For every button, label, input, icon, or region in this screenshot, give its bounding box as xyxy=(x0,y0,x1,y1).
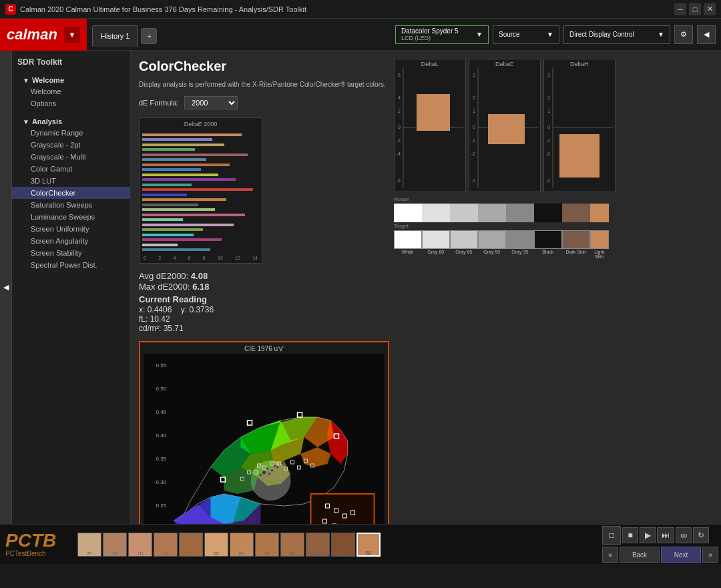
svg-rect-19 xyxy=(488,114,525,144)
device-name: Datacolor Spyder 5 xyxy=(401,27,459,35)
cdm2-value: cd/m²: 35.71 xyxy=(139,324,386,333)
back-button[interactable]: Back xyxy=(620,547,660,563)
settings-button[interactable]: ⚙ xyxy=(674,25,693,44)
svg-text:-2: -2 xyxy=(397,138,401,143)
svg-point-77 xyxy=(271,469,274,472)
bottom-patch-7G[interactable]: 7G xyxy=(103,533,127,557)
stop-button[interactable]: ■ xyxy=(622,527,638,543)
deltah-area: 3 2 1 0 -1 -2 -3 xyxy=(545,67,614,188)
titlebar-title: Calman 2020 Calman Ultimate for Business… xyxy=(20,5,674,13)
main-layout: ◀ SDR Toolkit ▼ Welcome Welcome Options … xyxy=(0,51,721,524)
sidebar-item-screen-stability[interactable]: Screen Stability xyxy=(12,247,130,259)
bar-chart-title: DeltaE 2000 xyxy=(142,121,259,127)
sidebar-item-screen-angularity[interactable]: Screen Angularity xyxy=(12,235,130,247)
deltal-label: DeltaL xyxy=(396,61,464,67)
bottom-patch-7J[interactable]: 7J xyxy=(179,533,203,557)
bottom-patch-8H[interactable]: 8H xyxy=(306,533,330,557)
tab-add-button[interactable]: + xyxy=(141,28,157,44)
patch-gray50-actual xyxy=(478,204,506,222)
sidebar-item-grayscale-2pt[interactable]: Grayscale - 2pt xyxy=(12,139,130,151)
patch-lightskin-target xyxy=(590,230,609,249)
loop-button[interactable]: ∞ xyxy=(676,527,692,543)
svg-text:4: 4 xyxy=(398,95,401,100)
patch-gray35-actual xyxy=(506,204,534,222)
sidebar-item-options[interactable]: Options xyxy=(12,97,130,109)
sidebar-item-dynamic-range[interactable]: Dynamic Range xyxy=(12,127,130,139)
fl-value: fL: 10.42 xyxy=(139,314,386,324)
skip-button[interactable]: ⏭ xyxy=(657,527,674,543)
patch-white-actual xyxy=(394,204,422,222)
close-button[interactable]: ✕ xyxy=(704,3,716,15)
tab-history1[interactable]: History 1 xyxy=(92,25,138,47)
deltac-chart: DeltaC 3 2 1 0 -1 -2 -3 xyxy=(469,59,541,192)
app-icon: C xyxy=(5,4,16,15)
next-arrow-button[interactable]: » xyxy=(702,547,718,563)
play-button[interactable]: ▶ xyxy=(640,527,656,543)
svg-text:3: 3 xyxy=(547,73,550,77)
refresh-button[interactable]: ↻ xyxy=(693,527,709,543)
svg-rect-62 xyxy=(311,494,375,524)
formula-label: dE Formula: xyxy=(139,99,179,107)
sidebar-item-3dlut[interactable]: 3D LUT xyxy=(12,175,130,187)
logo-area: calman ▼ xyxy=(0,19,87,51)
collapse-button[interactable]: ◀ xyxy=(697,25,716,44)
sidebar-item-saturation-sweeps[interactable]: Saturation Sweeps xyxy=(12,199,130,211)
svg-text:0.30: 0.30 xyxy=(156,479,167,485)
svg-text:0: 0 xyxy=(547,125,550,129)
bottom-patch-8I[interactable]: 8I xyxy=(331,533,355,557)
svg-text:-3: -3 xyxy=(546,178,550,183)
patch-darkskin-target xyxy=(562,230,590,249)
formula-row: dE Formula: 2000 76 xyxy=(139,96,386,109)
formula-select[interactable]: 2000 76 xyxy=(184,96,238,109)
svg-text:-4: -4 xyxy=(397,152,401,156)
device-dropdown[interactable]: Datacolor Spyder 5 LCD (LED) ▼ xyxy=(395,25,489,44)
cie-title: CIE 1976 u'v' xyxy=(143,345,385,352)
bottom-patch-8G[interactable]: 8G xyxy=(280,533,304,557)
logo-dropdown[interactable]: ▼ xyxy=(64,27,80,43)
sidebar-analysis-header: ▼ Analysis xyxy=(12,115,130,127)
axis-labels: 02468101214 xyxy=(142,256,259,260)
cie-chart-container: CIE 1976 u'v' 0.55 xyxy=(139,341,389,524)
sidebar-toggle[interactable]: ◀ xyxy=(0,51,12,524)
device-sub: LCD (LED) xyxy=(401,35,459,41)
appbar: calman ▼ History 1 + Datacolor Spyder 5 … xyxy=(0,19,721,51)
sidebar-item-screen-uniformity[interactable]: Screen Uniformity xyxy=(12,223,130,235)
bottom-patch-8F[interactable]: 8F xyxy=(255,533,279,557)
nav-controls: □ ■ ▶ ⏭ ∞ ↻ « Back Next » xyxy=(602,526,718,563)
sidebar-item-color-gamut[interactable]: Color Gamut xyxy=(12,163,130,175)
svg-point-76 xyxy=(266,467,269,470)
bottom-patch-7F[interactable]: 7F xyxy=(77,533,101,557)
sidebar-title: SDR Toolkit xyxy=(12,53,130,71)
sidebar-item-colorchecker[interactable]: ColorChecker xyxy=(12,187,130,199)
patch-gray80-target xyxy=(422,230,450,249)
bottom-bar: PCTB PCTestBench 7F 7G 7H 7I 7J 8D 8E 8F… xyxy=(0,524,721,564)
svg-text:-3: -3 xyxy=(471,178,475,183)
svg-text:0.50: 0.50 xyxy=(156,386,167,392)
logo-text: calman xyxy=(7,26,57,43)
sidebar-item-luminance-sweeps[interactable]: Luminance Sweeps xyxy=(12,211,130,223)
bottom-patch-8E[interactable]: 8E xyxy=(230,533,254,557)
welcome-chevron: ▼ xyxy=(23,77,29,84)
square-button[interactable]: □ xyxy=(602,526,621,545)
minimize-button[interactable]: ─ xyxy=(674,3,686,15)
bottom-patch-8J[interactable]: 8J xyxy=(356,533,381,557)
sidebar-item-spectral-power[interactable]: Spectral Power Dist. xyxy=(12,259,130,271)
sidebar-item-welcome[interactable]: Welcome xyxy=(12,85,130,97)
svg-text:0.25: 0.25 xyxy=(156,503,167,509)
sidebar-item-grayscale-multi[interactable]: Grayscale - Multi xyxy=(12,151,130,163)
svg-text:3: 3 xyxy=(473,73,475,77)
prev-arrow-button[interactable]: « xyxy=(602,547,618,563)
next-button[interactable]: Next xyxy=(661,547,701,563)
device-dropdown-arrow: ▼ xyxy=(476,31,483,38)
bottom-patch-7H[interactable]: 7H xyxy=(128,533,152,557)
bottom-patch-7I[interactable]: 7I xyxy=(154,533,178,557)
pctb-logo-text: PCTB xyxy=(5,531,73,550)
content-area: ColorChecker Display analysis is perform… xyxy=(131,51,721,524)
maximize-button[interactable]: □ xyxy=(689,3,701,15)
tabs-area: History 1 + xyxy=(87,20,162,51)
source-dropdown[interactable]: Source ▼ xyxy=(493,25,559,44)
direct-display-dropdown[interactable]: Direct Display Control ▼ xyxy=(563,25,670,44)
patch-white-target xyxy=(394,230,422,249)
svg-text:-6: -6 xyxy=(397,178,401,183)
bottom-patch-8D[interactable]: 8D xyxy=(204,533,228,557)
